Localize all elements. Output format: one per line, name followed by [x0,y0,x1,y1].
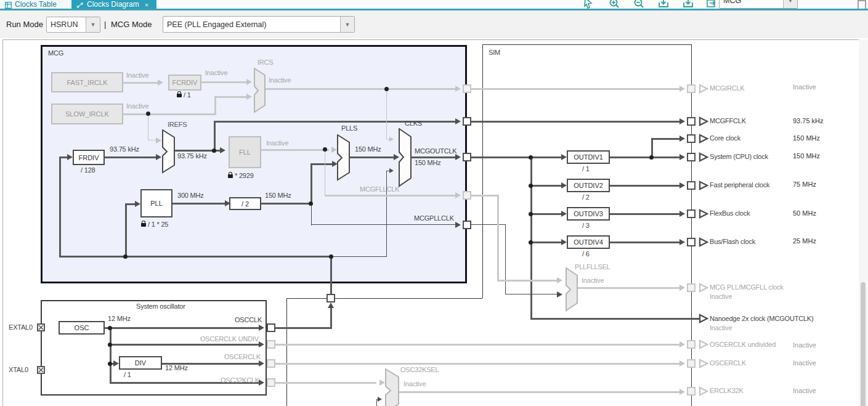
wire-segment [261,203,312,205]
output-label: Fast peripheral clock [710,181,769,189]
export-icon[interactable] [706,0,717,9]
mcgfllclk-pin[interactable] [463,191,471,200]
junction-dot [384,87,389,91]
wire-segment [59,158,61,258]
run-mode-combo[interactable]: HSRUN ▼ [46,17,100,33]
wire-segment [214,96,248,98]
select-arrow-icon[interactable] [583,0,593,9]
label-text [700,284,707,291]
wire-segment [530,318,700,320]
irefs-out-freq: 93.75 kHz [177,152,207,160]
wire-segment [471,156,562,158]
fll-multiplier[interactable]: * 2929 [228,172,254,179]
label-text [700,85,707,92]
zoom-out-icon[interactable] [633,0,644,9]
extal0-pad-icon[interactable] [37,323,45,331]
wire-segment [311,203,312,225]
osc32ksel-mux[interactable] [385,368,400,406]
output-value: Inactive [793,83,816,91]
osc-box[interactable]: OSC [59,321,105,335]
mcgffclk-sim-pin[interactable] [687,117,696,126]
junction-dot [108,326,112,330]
pll-factor[interactable]: / 1 * 25 [141,221,168,228]
wire-segment [201,81,248,83]
sim-block-border [691,44,692,406]
fll-box[interactable]: FLL [229,136,261,168]
bus-flash-pin[interactable] [687,238,696,246]
output-value: 50 MHz [793,209,816,217]
clocks-diagram-canvas[interactable]: MCG SIM System oscillator [2,39,859,406]
erclk32k-pin[interactable] [687,387,696,396]
wire-arrow-icon [135,201,140,207]
wire-segment [471,121,681,123]
run-mode-combo-arrow-icon[interactable]: ▼ [86,17,100,32]
frdiv-box[interactable]: FRDIV [73,150,105,165]
fll-status: Inactive [266,139,288,147]
frdiv-divider[interactable]: / 128 [81,166,95,174]
zoom-in-icon[interactable] [609,0,620,9]
pllfllsel-mux[interactable] [566,267,578,312]
plls-mux[interactable] [337,134,351,181]
label-text: OUTDIV1 [574,153,603,161]
fast-peripheral-pin[interactable] [687,181,696,190]
oscclk-mcg-pin[interactable] [327,294,335,302]
wire-segment [386,89,387,139]
div-divider[interactable]: / 1 [124,371,131,378]
mode-controls-bar: Run Mode HSRUN ▼ | MCG Mode PEE (PLL Eng… [0,10,868,38]
mcg-mode-combo-arrow-icon[interactable]: ▼ [340,17,354,32]
core-clock-pin[interactable] [687,134,696,143]
zoom-fit-icon[interactable] [658,0,669,9]
outdiv3-box[interactable]: OUTDIV3 [567,207,610,221]
wire-arrow-icon [679,211,685,217]
tab-close-icon[interactable]: × [145,1,148,9]
div-box[interactable]: DIV [119,356,162,370]
mcgpllclk-pin[interactable] [463,221,471,229]
xtal0-pad-icon[interactable] [37,366,45,374]
mcgffclk-pin[interactable] [463,117,471,126]
pll-box[interactable]: PLL [140,189,172,217]
tab-clocks-diagram[interactable]: Clocks Diagram × [71,0,156,9]
label-text [338,135,349,180]
peripheral-combo-arrow-icon[interactable]: ▼ [783,0,797,8]
system-clock-pin[interactable] [687,153,696,161]
oscerclk-sim-pin[interactable] [687,359,696,368]
osc32kclk-pin[interactable] [267,378,275,387]
clks-mux[interactable] [399,128,412,187]
oscclk-pin[interactable] [267,323,275,332]
fcrdiv-divider[interactable]: / 1 [177,91,191,99]
irefs-mux[interactable] [162,129,176,174]
pll-out-freq: 300 MHz [177,192,204,199]
oscerclk-pin[interactable] [267,359,275,368]
wire-segment [214,122,216,151]
panel-icon[interactable] [858,0,866,9]
mcg-mode-combo[interactable]: PEE (PLL Engaged External) ▼ [163,16,355,33]
peripheral-combo[interactable]: MCG ▼ [719,0,798,9]
outdiv2-divider[interactable]: / 2 [582,193,590,201]
fcrdiv-box[interactable]: FCRDIV [168,75,201,91]
label-text: / 1 * 25 [148,221,168,228]
outdiv4-divider[interactable]: / 6 [582,250,590,258]
output-arrow-icon [699,386,709,396]
outdiv3-divider[interactable]: / 3 [582,222,590,229]
mcgoutclk-pin[interactable] [463,153,471,161]
outdiv4-box[interactable]: OUTDIV4 [567,235,610,249]
ircs-mux[interactable] [254,68,266,113]
fast-irclk-box[interactable]: FAST_IRCLK [51,72,123,92]
flexbus-pin[interactable] [687,209,696,218]
tab-clocks-table[interactable]: Clocks Table [0,0,70,9]
wire-segment [123,113,216,115]
oscerclk-undiv-pin[interactable] [267,340,275,349]
oscerclk-undiv-sim-pin[interactable] [687,340,696,349]
mcgirclk-pin[interactable] [463,84,471,93]
zoom-reset-icon[interactable] [683,0,694,9]
outdiv1-box[interactable]: OUTDIV1 [567,150,610,164]
mcgirclk-sim-pin[interactable] [687,84,696,93]
slow-irclk-box[interactable]: SLOW_IRCLK [51,104,123,124]
output-value: 93.75 kHz [793,117,824,124]
pll-div-box[interactable]: / 2 [229,197,261,210]
pllfll-clock-pin[interactable] [687,283,696,292]
scrollbar-thumb[interactable] [861,282,866,406]
wire-segment [471,224,506,225]
outdiv2-box[interactable]: OUTDIV2 [567,179,610,192]
outdiv1-divider[interactable]: / 1 [582,165,590,173]
